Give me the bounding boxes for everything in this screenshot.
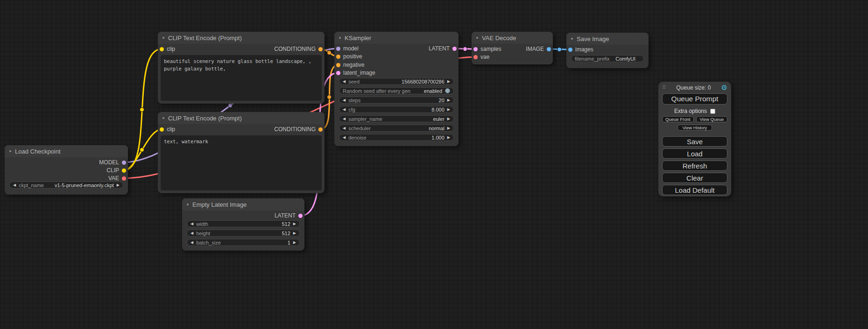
collapse-dot-icon[interactable] (162, 117, 164, 119)
refresh-button[interactable]: Refresh (662, 161, 727, 171)
output-slot-conditioning: CONDITIONING (274, 45, 323, 53)
node-save-image[interactable]: Save Image images filename_prefix ComfyU… (566, 33, 649, 68)
widget-cfg[interactable]: ◀ cfg 8.000 ▶ (339, 106, 454, 113)
slot-label: IMAGE (526, 46, 544, 52)
widget-value: ComfyUI (615, 56, 635, 62)
clip-input-port[interactable] (160, 127, 164, 132)
extra-options-checkbox[interactable] (710, 109, 715, 114)
node-empty-latent-image[interactable]: Empty Latent Image LATENT ◀ width 512 ▶ … (182, 198, 304, 251)
widget-scheduler[interactable]: ◀ scheduler normal ▶ (339, 125, 454, 132)
toggle-icon[interactable] (445, 88, 450, 93)
negative-input-port[interactable] (336, 63, 340, 67)
widget-width[interactable]: ◀ width 512 ▶ (187, 220, 300, 227)
clear-button[interactable]: Clear (662, 173, 727, 183)
input-slot-images: images (568, 46, 593, 53)
widget-value: 512 (282, 221, 290, 227)
widget-random-seed[interactable]: Random seed after every gen enabled (339, 87, 454, 94)
settings-gear-icon[interactable]: ⚙ (721, 84, 727, 91)
decrement-arrow-icon[interactable]: ◀ (343, 108, 346, 112)
node-load-checkpoint[interactable]: Load Checkpoint MODEL CLIP VAE ◀ ckpt_na… (5, 145, 128, 195)
model-output-port[interactable] (122, 161, 126, 165)
increment-arrow-icon[interactable]: ▶ (447, 117, 450, 121)
output-slot-latent: LATENT (275, 212, 303, 219)
drag-handle-icon[interactable]: ⠿ (662, 84, 666, 91)
decrement-arrow-icon[interactable]: ◀ (343, 136, 346, 140)
increment-arrow-icon[interactable]: ▶ (447, 80, 450, 84)
menu-header: ⠿ Queue size: 0 ⚙ (658, 82, 731, 92)
increment-arrow-icon[interactable]: ▶ (447, 136, 450, 140)
input-slot-positive: positive (336, 53, 362, 60)
widget-height[interactable]: ◀ height 512 ▶ (187, 230, 300, 237)
image-output-port[interactable] (547, 47, 551, 51)
clip-output-port[interactable] (122, 168, 126, 173)
widget-batch-size[interactable]: ◀ batch_size 1 ▶ (187, 239, 300, 246)
model-input-port[interactable] (336, 47, 340, 51)
collapse-dot-icon[interactable] (476, 37, 478, 39)
decrement-arrow-icon[interactable]: ◀ (191, 222, 193, 226)
decrement-arrow-icon[interactable]: ◀ (13, 183, 16, 187)
conditioning-output-port[interactable] (318, 47, 323, 51)
collapse-dot-icon[interactable] (187, 203, 189, 205)
node-vae-decode[interactable]: VAE Decode samples vae IMAGE (472, 32, 553, 64)
view-history-button[interactable]: View History (677, 125, 713, 131)
positive-prompt-textarea[interactable]: beautiful scenery nature glass bottle la… (161, 55, 322, 101)
node-title-bar[interactable]: Save Image (566, 33, 649, 45)
slot-label: LATENT (429, 45, 450, 52)
node-title-bar[interactable]: Empty Latent Image (182, 198, 304, 210)
positive-input-port[interactable] (336, 55, 340, 59)
samples-input-port[interactable] (473, 47, 478, 51)
node-title-bar[interactable]: KSampler (334, 32, 459, 44)
widget-label: batch_size (196, 240, 221, 245)
increment-arrow-icon[interactable]: ▶ (293, 241, 296, 245)
decrement-arrow-icon[interactable]: ◀ (343, 98, 346, 102)
increment-arrow-icon[interactable]: ▶ (447, 126, 450, 130)
increment-arrow-icon[interactable]: ▶ (293, 231, 296, 235)
save-button[interactable]: Save (662, 136, 727, 147)
node-title-bar[interactable]: CLIP Text Encode (Prompt) (158, 112, 325, 124)
widget-seed[interactable]: ◀ seed 156680208700286 ▶ (339, 78, 454, 85)
decrement-arrow-icon[interactable]: ◀ (191, 231, 193, 235)
increment-arrow-icon[interactable]: ▶ (447, 98, 450, 102)
node-title-bar[interactable]: VAE Decode (472, 32, 553, 44)
widget-ckpt-name[interactable]: ◀ ckpt_name v1-5-pruned-emaonly.ckpt ▶ (9, 182, 123, 189)
latent-image-input-port[interactable] (336, 71, 340, 75)
collapse-dot-icon[interactable] (9, 150, 11, 152)
widget-label: Random seed after every gen (343, 88, 410, 94)
increment-arrow-icon[interactable]: ▶ (447, 108, 450, 112)
decrement-arrow-icon[interactable]: ◀ (343, 80, 346, 84)
node-title-bar[interactable]: Load Checkpoint (5, 145, 128, 157)
view-queue-button[interactable]: View Queue (696, 116, 728, 122)
collapse-dot-icon[interactable] (339, 37, 341, 39)
widget-steps[interactable]: ◀ steps 20 ▶ (339, 97, 454, 104)
decrement-arrow-icon[interactable]: ◀ (191, 241, 193, 245)
vae-input-port[interactable] (473, 55, 478, 59)
increment-arrow-icon[interactable]: ▶ (117, 183, 120, 187)
vae-output-port[interactable] (122, 176, 126, 181)
widget-label: height (196, 231, 210, 236)
collapse-dot-icon[interactable] (571, 38, 573, 40)
queue-front-button[interactable]: Queue Front (662, 116, 694, 122)
latent-output-port[interactable] (452, 47, 457, 51)
decrement-arrow-icon[interactable]: ◀ (343, 117, 346, 121)
wire-clip-positive (124, 49, 162, 170)
decrement-arrow-icon[interactable]: ◀ (343, 126, 346, 130)
widget-sampler-name[interactable]: ◀ sampler_name euler ▶ (339, 115, 454, 122)
load-default-button[interactable]: Load Default (662, 185, 727, 195)
node-clip-text-encode-negative[interactable]: CLIP Text Encode (Prompt) clip CONDITION… (158, 112, 325, 193)
node-clip-text-encode-positive[interactable]: CLIP Text Encode (Prompt) clip CONDITION… (158, 32, 325, 104)
widget-filename-prefix[interactable]: filename_prefix ComfyUI (571, 55, 644, 62)
node-title-bar[interactable]: CLIP Text Encode (Prompt) (158, 32, 325, 44)
images-input-port[interactable] (568, 48, 572, 52)
load-button[interactable]: Load (662, 148, 727, 159)
collapse-dot-icon[interactable] (162, 37, 164, 39)
input-slot-vae: vae (473, 53, 489, 61)
latent-output-port[interactable] (298, 214, 303, 218)
slot-label: LATENT (275, 212, 296, 219)
clip-input-port[interactable] (160, 47, 164, 51)
queue-prompt-button[interactable]: Queue Prompt (662, 93, 727, 105)
conditioning-output-port[interactable] (318, 127, 323, 132)
increment-arrow-icon[interactable]: ▶ (293, 222, 296, 226)
node-ksampler[interactable]: KSampler model positive negative latent_… (334, 32, 459, 146)
negative-prompt-textarea[interactable]: text, watermark (161, 135, 322, 190)
widget-denoise[interactable]: ◀ denoise 1.000 ▶ (339, 134, 454, 141)
